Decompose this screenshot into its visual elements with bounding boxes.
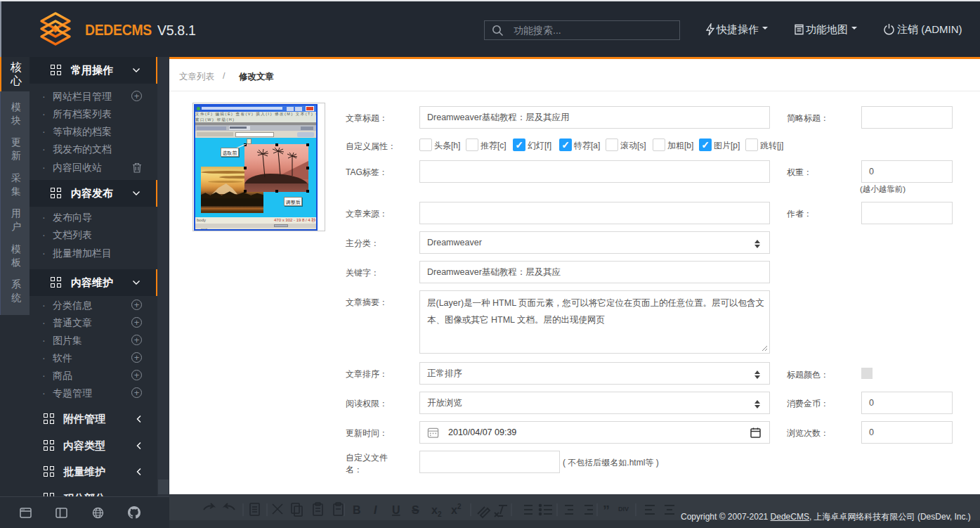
svg-text:DIV: DIV (618, 506, 629, 513)
svg-text:B: B (353, 504, 361, 516)
svg-text:2: 2 (438, 510, 442, 518)
svg-text:”: ” (603, 503, 610, 518)
svg-text:2: 2 (457, 503, 462, 510)
svg-text:U: U (392, 504, 400, 516)
svg-text:x: x (451, 504, 457, 516)
svg-text:S: S (412, 504, 419, 516)
svg-text:x: x (431, 504, 438, 516)
svg-text:I: I (374, 504, 377, 516)
